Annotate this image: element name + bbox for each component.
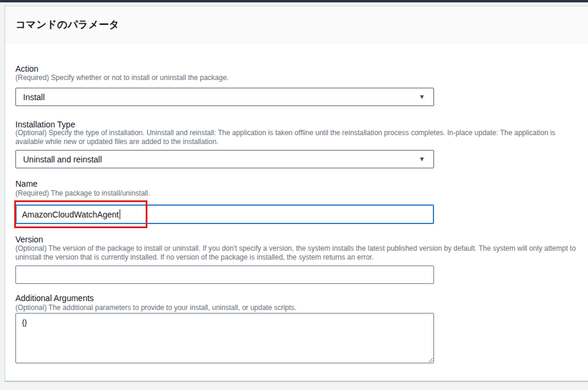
action-description: (Required) Specify whether or not to ins… <box>15 73 229 82</box>
name-label: Name <box>15 178 37 189</box>
top-navigation-bar-edge <box>0 0 588 2</box>
action-select-value: Install <box>23 92 45 102</box>
installation-type-select-value: Uninstall and reinstall <box>23 155 102 164</box>
version-description: (Optional) The version of the package to… <box>15 244 582 262</box>
installation-type-select[interactable]: Uninstall and reinstall ▼ <box>15 150 434 168</box>
version-label: Version <box>15 234 43 245</box>
version-input[interactable] <box>15 266 434 284</box>
command-parameters-panel: コマンドのパラメータ Action (Required) Specify whe… <box>5 6 588 381</box>
installation-type-description: (Optional) Specify the type of installat… <box>15 129 582 146</box>
panel-header: コマンドのパラメータ <box>5 7 588 43</box>
chevron-down-icon: ▼ <box>419 94 425 100</box>
action-label: Action <box>15 63 38 74</box>
name-description: (Required) The package to install/uninst… <box>15 189 150 198</box>
additional-arguments-label: Additional Arguments <box>15 293 94 303</box>
action-select[interactable]: Install ▼ <box>15 88 434 106</box>
additional-arguments-description: (Optional) The additional parameters to … <box>15 303 297 312</box>
text-caret <box>120 209 120 219</box>
panel-title: コマンドのパラメータ <box>15 18 120 31</box>
additional-arguments-textarea[interactable]: {} <box>15 313 434 363</box>
name-input[interactable]: AmazonCloudWatchAgent <box>15 204 434 224</box>
name-input-value: AmazonCloudWatchAgent <box>22 210 119 219</box>
chevron-down-icon: ▼ <box>419 156 425 162</box>
